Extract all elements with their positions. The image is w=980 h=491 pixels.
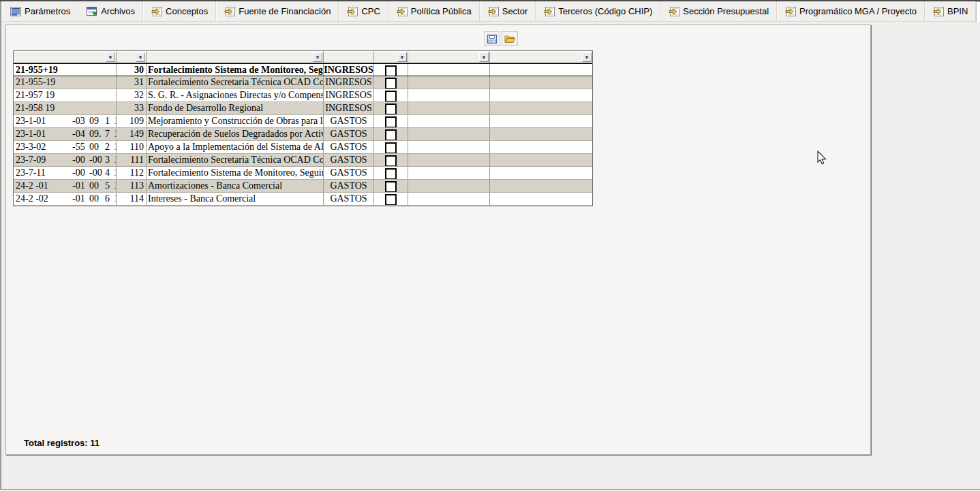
- tab-bpin[interactable]: BPIN: [925, 1, 976, 21]
- cell-codigo-tercero[interactable]: [408, 115, 490, 127]
- cell-tipo-tercero[interactable]: [490, 154, 592, 166]
- table-row[interactable]: 21-955-1931Fortalecimiento Secretaria Té…: [14, 76, 592, 89]
- cell-nombre-rubro[interactable]: Fortalecimiento Secretaria Técnica OCAD …: [147, 154, 324, 166]
- cell-rubro[interactable]: 24-2 -01-010051: [14, 180, 117, 192]
- tab-par-metros[interactable]: Parámetros: [2, 1, 78, 21]
- cell-codigo[interactable]: 113: [117, 180, 147, 192]
- cell-rubro[interactable]: 21-957 19: [14, 89, 117, 101]
- reserva-checkbox[interactable]: [385, 155, 397, 166]
- table-row[interactable]: 21-958 1933Fondo de Desarrollo RegionalI…: [14, 102, 592, 115]
- cell-tipo-tercero[interactable]: [490, 89, 592, 101]
- reserva-checkbox[interactable]: [385, 65, 397, 76]
- cell-tipo-tercero[interactable]: [490, 76, 592, 89]
- cell-codigo-tercero[interactable]: [408, 64, 490, 76]
- tab-conceptos[interactable]: Conceptos: [143, 1, 216, 21]
- table-row[interactable]: 21-957 1932S. G. R. - Asignaciones Direc…: [14, 89, 592, 102]
- cell-codigo[interactable]: 111: [117, 154, 147, 166]
- cell-nombre-rubro[interactable]: Apoyo a la Implementación del Sistema de…: [147, 141, 324, 153]
- table-row[interactable]: 24-2 -02-010061114Intereses - Banca Come…: [14, 193, 592, 206]
- tab-program-tico-mga-proyecto[interactable]: Programático MGA / Proyecto: [777, 1, 925, 21]
- filter-dropdown-button[interactable]: ▾: [136, 52, 145, 62]
- cell-nombre-rubro[interactable]: Fortalecimiento Secretaria Técnica OCAD …: [147, 76, 324, 89]
- reserva-checkbox[interactable]: [385, 78, 397, 89]
- cell-codigo-tercero[interactable]: [408, 102, 490, 114]
- save-button[interactable]: [484, 31, 500, 46]
- table-row[interactable]: 21-955+1930Fortalecimiento Sistema de Mo…: [14, 63, 592, 76]
- filter-dropdown-button[interactable]: ▾: [106, 52, 115, 62]
- cell-codigo[interactable]: 110: [117, 141, 147, 153]
- reserva-checkbox[interactable]: [385, 91, 397, 101]
- cell-tipo[interactable]: GASTOS: [324, 128, 374, 140]
- reserva-checkbox[interactable]: [385, 168, 397, 179]
- filter-dropdown-button[interactable]: ▾: [582, 52, 592, 62]
- cell-nombre-rubro[interactable]: Amortizaciones - Banca Comercial: [147, 180, 324, 192]
- cell-tipo-tercero[interactable]: [490, 128, 592, 140]
- cell-codigo-tercero[interactable]: [408, 89, 490, 101]
- reserva-checkbox[interactable]: [385, 142, 397, 153]
- cell-tipo[interactable]: INGRESOS: [324, 76, 374, 89]
- cell-nombre-rubro[interactable]: Intereses - Banca Comercial: [147, 193, 324, 205]
- tab-archivos[interactable]: Archivos: [78, 1, 143, 21]
- tab-cpc[interactable]: CPC: [339, 1, 388, 21]
- cell-tipo[interactable]: GASTOS: [324, 167, 374, 179]
- cell-rubro[interactable]: 23-7-11-00-0041: [14, 167, 117, 179]
- filter-dropdown-button[interactable]: ▾: [397, 52, 407, 62]
- cell-codigo[interactable]: 149: [117, 128, 147, 140]
- cell-nombre-rubro[interactable]: Mejoramiento y Construcción de Obras par…: [147, 115, 324, 127]
- cell-codigo-tercero[interactable]: [408, 76, 490, 89]
- cell-codigo-tercero[interactable]: [408, 180, 490, 192]
- cell-tipo[interactable]: GASTOS: [324, 115, 374, 127]
- cell-codigo-tercero[interactable]: [408, 141, 490, 153]
- cell-rubro[interactable]: 21-955+19: [14, 64, 117, 76]
- reserva-checkbox[interactable]: [385, 181, 397, 192]
- tab-terceros[interactable]: TERCEROS: [976, 1, 980, 22]
- table-row[interactable]: 24-2 -01-010051113Amortizaciones - Banca…: [14, 180, 592, 193]
- cell-rubro[interactable]: 21-958 19: [14, 102, 117, 114]
- cell-codigo[interactable]: 32: [117, 89, 147, 101]
- cell-tipo-tercero[interactable]: [490, 193, 592, 205]
- cell-codigo-tercero[interactable]: [408, 128, 490, 140]
- cell-codigo-tercero[interactable]: [408, 193, 490, 205]
- table-row[interactable]: 23-3-02-550021110Apoyo a la Implementaci…: [14, 141, 592, 154]
- tab-secci-n-presupuestal[interactable]: Sección Presupuestal: [660, 1, 777, 21]
- cell-codigo[interactable]: 30: [117, 64, 147, 76]
- filter-dropdown-button[interactable]: ▾: [313, 52, 322, 62]
- cell-rubro[interactable]: 23-7-09-00-0031: [14, 154, 117, 166]
- cell-rubro[interactable]: 23-1-01-030911: [14, 115, 117, 127]
- table-row[interactable]: 23-1-01-030911109Mejoramiento y Construc…: [14, 115, 592, 128]
- cell-tipo-tercero[interactable]: [490, 180, 592, 192]
- cell-tipo-tercero[interactable]: [490, 64, 592, 76]
- tab-fuente-de-financiaci-n[interactable]: Fuente de Financiación: [216, 1, 339, 21]
- cell-tipo[interactable]: INGRESOS: [324, 102, 374, 114]
- cell-tipo-tercero[interactable]: [490, 167, 592, 179]
- cell-codigo-tercero[interactable]: [408, 167, 490, 179]
- cell-codigo-tercero[interactable]: [408, 154, 490, 166]
- tab-sector[interactable]: Sector: [480, 1, 536, 21]
- cell-nombre-rubro[interactable]: Fortalecimiento Sistema de Monitoreo, Se…: [147, 64, 324, 76]
- cell-tipo[interactable]: GASTOS: [324, 141, 374, 153]
- reserva-checkbox[interactable]: [385, 116, 397, 127]
- reserva-checkbox[interactable]: [385, 129, 397, 140]
- cell-rubro[interactable]: 21-955-19: [14, 76, 117, 89]
- cell-tipo[interactable]: GASTOS: [324, 193, 374, 205]
- cell-nombre-rubro[interactable]: Fortalecimiento Sistema de Monitoreo, Se…: [147, 167, 324, 179]
- cell-codigo[interactable]: 33: [117, 102, 147, 114]
- cell-tipo[interactable]: GASTOS: [324, 154, 374, 166]
- cell-tipo[interactable]: INGRESOS: [324, 89, 374, 101]
- cell-tipo-tercero[interactable]: [490, 141, 592, 153]
- reserva-checkbox[interactable]: [385, 104, 397, 114]
- cell-codigo[interactable]: 112: [117, 167, 147, 179]
- filter-dropdown-button[interactable]: ▾: [479, 52, 489, 62]
- cell-codigo[interactable]: 114: [117, 193, 147, 205]
- cell-rubro[interactable]: 24-2 -02-010061: [14, 193, 117, 205]
- reserva-checkbox[interactable]: [385, 194, 397, 205]
- cell-tipo[interactable]: INGRESOS: [324, 64, 374, 76]
- table-row[interactable]: 23-1-01-0409.71149Recuperación de Suelos…: [14, 128, 592, 141]
- cell-codigo[interactable]: 31: [117, 76, 147, 89]
- tab-terceros-c-digo-chip[interactable]: Terceros (Código CHIP): [536, 1, 660, 21]
- cell-nombre-rubro[interactable]: Recuperación de Suelos Degradados por Ac…: [147, 128, 324, 140]
- cell-rubro[interactable]: 23-3-02-550021: [14, 141, 117, 153]
- cell-nombre-rubro[interactable]: S. G. R. - Asignaciones Directas y/o Com…: [147, 89, 324, 101]
- cell-tipo-tercero[interactable]: [490, 102, 592, 114]
- table-row[interactable]: 23-7-11-00-0041112Fortalecimiento Sistem…: [14, 167, 592, 180]
